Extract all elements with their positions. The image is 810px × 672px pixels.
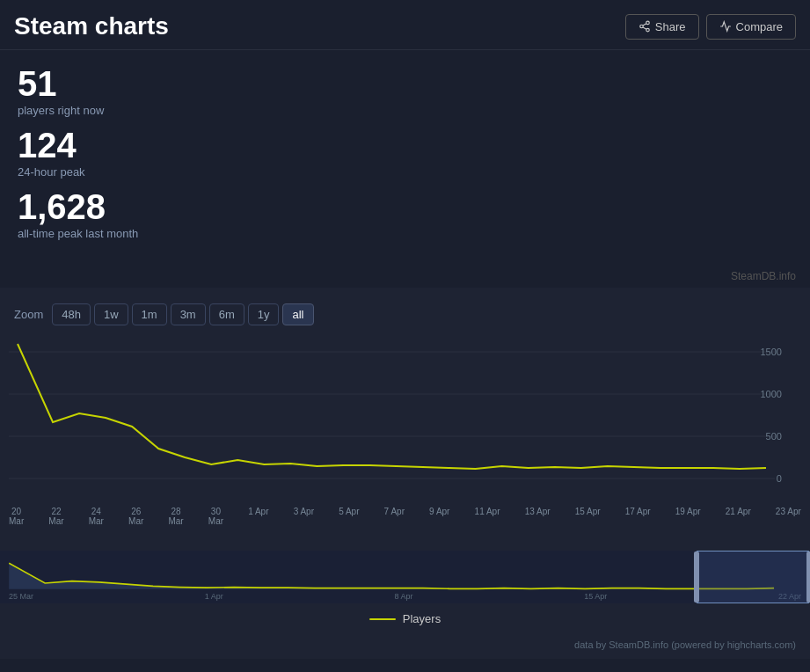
zoom-1m[interactable]: 1m (132, 303, 167, 325)
x-label-5apr: 5 Apr (339, 507, 359, 526)
share-icon (639, 20, 651, 33)
share-button[interactable]: Share (625, 14, 699, 40)
compare-button[interactable]: Compare (706, 14, 796, 40)
navigator-handle-left[interactable] (694, 551, 699, 603)
svg-text:1000: 1000 (760, 389, 781, 399)
x-label-28mar: 28Mar (168, 507, 183, 526)
zoom-6m[interactable]: 6m (209, 303, 244, 325)
svg-text:1500: 1500 (760, 347, 781, 357)
peak-24h-label: 24-hour peak (18, 165, 792, 179)
page-header: Steam charts Share Compare (0, 0, 810, 50)
peak-24h-block: 124 24-hour peak (18, 126, 792, 179)
peak-24h-value: 124 (18, 126, 792, 164)
stats-section: 51 players right now 124 24-hour peak 1,… (0, 50, 810, 267)
header-actions: Share Compare (625, 14, 796, 40)
x-label-24mar: 24Mar (89, 507, 104, 526)
all-time-peak-block: 1,628 all-time peak last month (18, 187, 792, 240)
zoom-all[interactable]: all (282, 303, 313, 325)
current-players-block: 51 players right now (18, 64, 792, 117)
zoom-1w[interactable]: 1w (94, 303, 128, 325)
all-time-peak-label: all-time peak last month (18, 227, 792, 240)
zoom-1y[interactable]: 1y (248, 303, 280, 325)
navigator-svg (0, 555, 810, 590)
svg-point-2 (646, 28, 650, 32)
footer-attribution: data by SteamDB.info (powered by highcha… (0, 634, 810, 659)
svg-marker-13 (9, 563, 774, 589)
svg-point-1 (640, 25, 644, 28)
all-time-peak-value: 1,628 (18, 187, 792, 226)
x-label-15apr: 15 Apr (575, 507, 601, 526)
x-label-20mar: 20Mar (9, 507, 24, 526)
zoom-controls: Zoom 48h 1w 1m 3m 6m 1y all (0, 296, 810, 334)
x-label-13apr: 13 Apr (525, 507, 551, 526)
svg-point-0 (646, 21, 650, 25)
steamdb-attribution: SteamDB.info (0, 267, 810, 288)
x-label-7apr: 7 Apr (384, 507, 405, 526)
x-label-17apr: 17 Apr (625, 507, 651, 526)
main-chart: 1500 1000 500 0 20Mar 22Mar 24Mar 26Mar … (0, 334, 810, 545)
x-label-1apr: 1 Apr (248, 507, 268, 526)
zoom-label: Zoom (14, 308, 43, 321)
page-title: Steam charts (14, 12, 169, 40)
chart-svg: 1500 1000 500 0 (9, 334, 801, 510)
svg-text:0: 0 (777, 473, 782, 484)
zoom-3m[interactable]: 3m (171, 303, 206, 325)
navigator-labels: 25 Mar 1 Apr 8 Apr 15 Apr 22 Apr (0, 590, 810, 603)
current-players-value: 51 (18, 64, 792, 103)
compare-icon (719, 20, 732, 33)
x-label-3apr: 3 Apr (294, 507, 314, 526)
legend-line-indicator (369, 618, 396, 620)
navigator-selection[interactable] (696, 551, 810, 603)
nav-label-8apr: 8 Apr (394, 592, 412, 601)
x-label-23apr: 23 Apr (776, 507, 801, 526)
nav-label-15apr: 15 Apr (584, 592, 607, 601)
nav-label-25mar: 25 Mar (9, 592, 33, 601)
chart-line (18, 344, 766, 469)
x-label-19apr: 19 Apr (675, 507, 701, 526)
svg-line-4 (643, 24, 646, 26)
nav-label-1apr: 1 Apr (205, 592, 223, 601)
x-label-22mar: 22Mar (48, 507, 63, 526)
navigator-handle-right[interactable] (806, 551, 810, 603)
x-label-9apr: 9 Apr (429, 507, 449, 526)
x-label-26mar: 26Mar (128, 507, 143, 526)
chart-navigator[interactable]: 25 Mar 1 Apr 8 Apr 15 Apr 22 Apr (0, 551, 810, 603)
svg-text:500: 500 (766, 431, 782, 442)
x-label-30mar: 30Mar (208, 507, 223, 526)
chart-legend: Players (0, 603, 810, 634)
x-label-21apr: 21 Apr (726, 507, 751, 526)
svg-line-3 (643, 27, 646, 29)
zoom-48h[interactable]: 48h (52, 303, 91, 325)
x-label-11apr: 11 Apr (475, 507, 500, 526)
chart-section: Zoom 48h 1w 1m 3m 6m 1y all 1500 1000 50… (0, 288, 810, 634)
legend-players-label: Players (403, 612, 441, 625)
current-players-label: players right now (18, 104, 792, 117)
x-axis-labels: 20Mar 22Mar 24Mar 26Mar 28Mar 30Mar 1 Ap… (9, 507, 801, 526)
